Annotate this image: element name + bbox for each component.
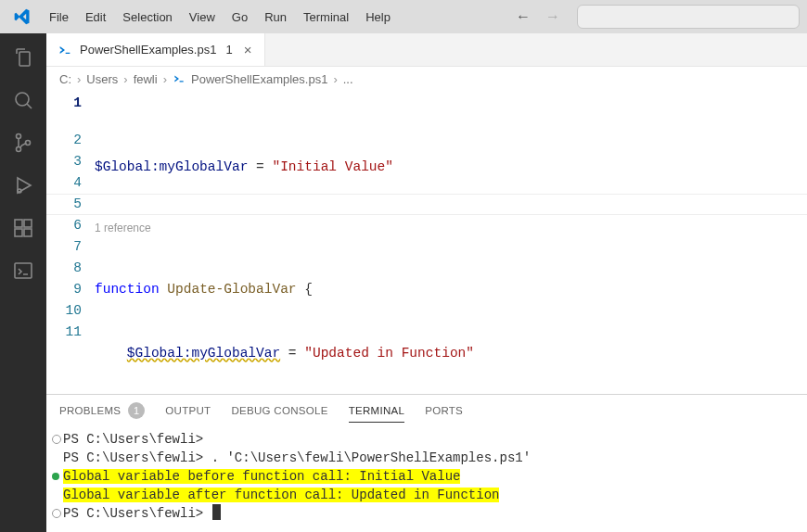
panel-tab-ports[interactable]: PORTS bbox=[425, 405, 463, 416]
svg-rect-5 bbox=[15, 220, 22, 227]
menu-file[interactable]: File bbox=[41, 5, 77, 30]
editor-area: PowerShellExamples.ps1 1 × C: › Users › … bbox=[46, 33, 807, 532]
terminal-line: Global variable after function call: Upd… bbox=[52, 486, 803, 504]
close-icon[interactable]: × bbox=[240, 42, 252, 57]
panel-tabs: PROBLEMS 1 OUTPUT DEBUG CONSOLE TERMINAL… bbox=[46, 395, 807, 424]
terminal-panel-icon[interactable] bbox=[10, 258, 36, 284]
terminal-prompt[interactable]: PS C:\Users\fewli> bbox=[52, 504, 803, 523]
nav-back-icon[interactable]: ← bbox=[516, 8, 531, 25]
menu-edit[interactable]: Edit bbox=[77, 5, 114, 30]
terminal-output[interactable]: PS C:\Users\fewli> PS C:\Users\fewli> . … bbox=[46, 424, 807, 532]
vscode-icon bbox=[13, 7, 32, 26]
breadcrumb-seg[interactable]: Users bbox=[86, 72, 118, 86]
svg-rect-9 bbox=[15, 263, 32, 278]
command-center-search[interactable] bbox=[577, 5, 800, 29]
bottom-panel: PROBLEMS 1 OUTPUT DEBUG CONSOLE TERMINAL… bbox=[46, 394, 807, 532]
chevron-right-icon: › bbox=[333, 72, 337, 86]
svg-point-1 bbox=[17, 134, 21, 139]
activity-bar bbox=[0, 33, 46, 532]
terminal-line: PS C:\Users\fewli> . 'C:\Users\fewli\Pow… bbox=[52, 449, 803, 467]
powershell-file-icon bbox=[58, 43, 72, 57]
tab-filename: PowerShellExamples.ps1 bbox=[80, 43, 216, 57]
breadcrumb-seg[interactable]: fewli bbox=[134, 72, 158, 86]
codelens-references[interactable]: 1 reference bbox=[95, 221, 807, 235]
nav-forward-icon[interactable]: → bbox=[545, 8, 560, 25]
chevron-right-icon: › bbox=[77, 72, 81, 86]
code-content[interactable]: $Global:myGlobalVar = "Initial Value" 1 … bbox=[95, 91, 807, 394]
tab-bar: PowerShellExamples.ps1 1 × bbox=[46, 33, 807, 67]
svg-rect-6 bbox=[24, 220, 32, 227]
panel-tab-output[interactable]: OUTPUT bbox=[165, 405, 211, 416]
tab-powershellexamples[interactable]: PowerShellExamples.ps1 1 × bbox=[46, 33, 265, 66]
panel-tab-problems[interactable]: PROBLEMS 1 bbox=[59, 402, 145, 419]
menu-go[interactable]: Go bbox=[224, 5, 256, 30]
line-number-gutter: 1 2 3 4 5 6 7 8 9 10 11 bbox=[46, 91, 95, 394]
svg-point-2 bbox=[17, 147, 21, 152]
svg-point-0 bbox=[16, 93, 29, 106]
menu-terminal[interactable]: Terminal bbox=[295, 5, 357, 30]
svg-rect-7 bbox=[15, 229, 22, 236]
terminal-line: Global variable before function call: In… bbox=[52, 467, 803, 486]
explorer-icon[interactable] bbox=[10, 44, 36, 70]
panel-tab-debug-console[interactable]: DEBUG CONSOLE bbox=[231, 405, 327, 416]
tab-dirty-indicator: 1 bbox=[225, 43, 232, 57]
code-editor[interactable]: 1 2 3 4 5 6 7 8 9 10 11 $Global:myGlobal… bbox=[46, 91, 807, 394]
menu-run[interactable]: Run bbox=[256, 5, 295, 30]
source-control-icon[interactable] bbox=[10, 130, 36, 156]
breadcrumb[interactable]: C: › Users › fewli › PowerShellExamples.… bbox=[46, 67, 807, 91]
terminal-line: PS C:\Users\fewli> bbox=[52, 430, 803, 449]
titlebar: File Edit Selection View Go Run Terminal… bbox=[0, 0, 807, 33]
panel-tab-terminal[interactable]: TERMINAL bbox=[349, 405, 405, 423]
breadcrumb-seg[interactable]: C: bbox=[59, 72, 71, 86]
breadcrumb-seg[interactable]: ... bbox=[343, 72, 353, 86]
menu-view[interactable]: View bbox=[181, 5, 224, 30]
svg-rect-8 bbox=[24, 229, 32, 236]
terminal-cursor bbox=[212, 504, 221, 520]
chevron-right-icon: › bbox=[163, 72, 167, 86]
search-icon[interactable] bbox=[10, 87, 36, 113]
menu-selection[interactable]: Selection bbox=[114, 5, 180, 30]
extensions-icon[interactable] bbox=[10, 215, 36, 241]
chevron-right-icon: › bbox=[123, 72, 127, 86]
nav-arrows: ← → bbox=[516, 8, 577, 25]
run-debug-icon[interactable] bbox=[10, 172, 36, 198]
menu-help[interactable]: Help bbox=[357, 5, 399, 30]
problems-count-badge: 1 bbox=[128, 402, 145, 419]
powershell-file-icon bbox=[173, 72, 186, 85]
breadcrumb-seg[interactable]: PowerShellExamples.ps1 bbox=[191, 72, 327, 86]
